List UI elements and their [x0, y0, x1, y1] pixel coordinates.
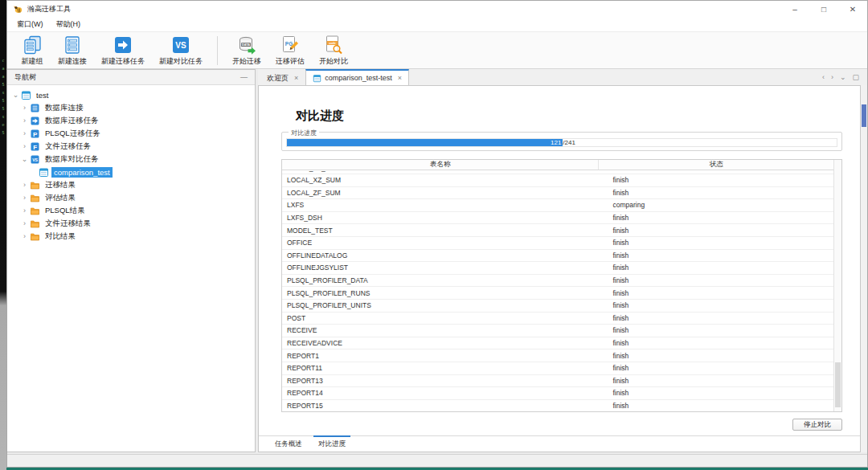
- start-migration-button[interactable]: DATA开始迁移: [225, 33, 268, 68]
- table-row[interactable]: REPORT13finish: [282, 375, 833, 388]
- background-window-edge: c a a 5 s 5 5 s e 5: [0, 0, 6, 470]
- new-migration-task-button[interactable]: 新建迁移任务: [94, 33, 152, 68]
- table-row[interactable]: OFFLINEJGSYLISTfinish: [282, 262, 833, 275]
- tabs: 欢迎页×comparison_test-test×: [260, 69, 409, 85]
- content-scrollbar-thumb[interactable]: [862, 104, 866, 127]
- tab-welcome[interactable]: 欢迎页×: [260, 70, 305, 85]
- svg-text:PG: PG: [285, 40, 293, 46]
- title-bar: 瀚高迁移工具 –□✕: [7, 1, 867, 18]
- table-row[interactable]: LXFS_DSHfinish: [282, 212, 833, 225]
- table-row[interactable]: PLSQL_PROFILER_RUNSfinish: [282, 287, 833, 300]
- menu-help[interactable]: 帮助(H): [50, 18, 88, 31]
- cell-status: finish: [599, 264, 833, 272]
- tree-item-comparison-test[interactable]: comparison_test: [7, 166, 255, 178]
- assess-icon: PG: [280, 35, 301, 55]
- cell-table-name: MODEL_TEST: [282, 227, 599, 235]
- table-row[interactable]: PLSQL_PROFILER_UNITSfinish: [282, 300, 833, 313]
- start-comparison-button[interactable]: code开始对比: [312, 33, 355, 68]
- table-row[interactable]: RECEIVEADVICEfinish: [282, 337, 833, 350]
- chevron-expanded-icon[interactable]: ⌄: [11, 91, 20, 99]
- content-wrap: 欢迎页×comparison_test-test× ‹›⌄▢ 对比进度 对比进度…: [258, 69, 867, 452]
- tree-item-label: 数据库对比任务: [43, 153, 101, 166]
- groupbox-label: 对比进度: [289, 129, 319, 137]
- table-scrollbar-thumb[interactable]: [835, 362, 841, 407]
- table-row[interactable]: REPORT11finish: [282, 362, 833, 375]
- table-row[interactable]: LOCAL_XZ_SUMfinish: [282, 174, 833, 187]
- cell-table-name: OFFLINEDATALOG: [282, 251, 599, 260]
- tree-folder-icon: [30, 193, 40, 203]
- column-header: 状态: [599, 160, 833, 170]
- window-close-button[interactable]: ✕: [838, 1, 867, 18]
- table-row[interactable]: POSTfinish: [282, 313, 833, 325]
- chevron-collapsed-icon[interactable]: ›: [20, 194, 29, 202]
- nav-panel-title: 导航树: [14, 72, 36, 83]
- chevron-collapsed-icon[interactable]: ›: [20, 142, 29, 150]
- tab-bar: 欢迎页×comparison_test-test× ‹›⌄▢: [258, 69, 867, 85]
- table-row[interactable]: MODEL_TESTfinish: [282, 224, 833, 237]
- content-scrollbar[interactable]: [861, 85, 867, 452]
- window-minimize-button[interactable]: –: [780, 1, 809, 18]
- bottom-tab-task-overview[interactable]: 任务概述: [267, 436, 310, 452]
- new-group-button[interactable]: 新建组: [14, 33, 51, 68]
- chevron-collapsed-icon[interactable]: ›: [20, 232, 29, 240]
- tree-item-label: 文件迁移结果: [43, 218, 93, 230]
- stop-comparison-button[interactable]: 停止对比: [792, 419, 842, 431]
- tab-list-dropdown-icon[interactable]: ⌄: [840, 73, 846, 81]
- chevron-collapsed-icon[interactable]: ›: [20, 129, 29, 137]
- bottom-tab-comparison-progress[interactable]: 对比进度: [310, 436, 354, 452]
- chevron-expanded-icon[interactable]: ⌄: [20, 155, 29, 163]
- table-row[interactable]: OFFICEfinish: [282, 237, 833, 250]
- tree-item-migration-results[interactable]: ›迁移结果: [7, 178, 255, 191]
- tab-close-icon[interactable]: ×: [294, 74, 298, 82]
- toolbar-button-label: 新建迁移任务: [101, 56, 145, 67]
- tree-item-assessment-results[interactable]: ›评估结果: [7, 191, 255, 204]
- chevron-collapsed-icon[interactable]: ›: [20, 116, 29, 125]
- tab-comparison-test[interactable]: comparison_test-test×: [305, 69, 409, 85]
- tree-item-file-migration-tasks[interactable]: ›F文件迁移任务: [7, 140, 255, 153]
- table-row[interactable]: PLSQL_PROFILER_DATAfinish: [282, 275, 833, 288]
- table-row[interactable]: LOCAL_ZF_SUMfinish: [282, 187, 833, 200]
- table-row[interactable]: REPORT15finish: [282, 400, 833, 411]
- cell-status: finish: [599, 326, 833, 334]
- cell-table-name: LOCAL_ZF_SUM: [282, 189, 599, 197]
- table-row[interactable]: OFFLINEDATALOGfinish: [282, 250, 833, 263]
- tree-item-db-connections[interactable]: ›数据库连接: [7, 101, 255, 114]
- chevron-collapsed-icon[interactable]: ›: [20, 219, 29, 227]
- cell-status: finish: [599, 352, 833, 360]
- table-body: LOCAL_TZ_SUMfinishLOCAL_XZ_SUMfinishLOCA…: [282, 170, 833, 411]
- table-row[interactable]: LXFScomparing: [282, 199, 833, 212]
- tab-back-icon[interactable]: ‹: [822, 73, 825, 81]
- tree-item-comparison-results[interactable]: ›对比结果: [7, 230, 255, 243]
- tab-label: comparison_test-test: [325, 74, 392, 82]
- tab-close-icon[interactable]: ×: [398, 74, 402, 82]
- tree-item-label: 数据库迁移任务: [43, 115, 101, 127]
- menu-window[interactable]: 窗口(W): [10, 18, 50, 31]
- new-comparison-task-button[interactable]: VS新建对比任务: [152, 33, 210, 68]
- new-connection-button[interactable]: 新建连接: [51, 33, 94, 68]
- cell-status: finish: [599, 251, 833, 260]
- tree-item-db-comparison-tasks[interactable]: ⌄VS数据库对比任务: [7, 153, 255, 166]
- tab-maximize-icon[interactable]: ▢: [852, 73, 859, 81]
- migration-assessment-button[interactable]: PG迁移评估: [268, 33, 312, 68]
- collapse-panel-icon[interactable]: —: [240, 73, 248, 81]
- tree-item-test[interactable]: ⌄test: [7, 88, 255, 101]
- app-window: 瀚高迁移工具 –□✕ 窗口(W)帮助(H) 新建组新建连接新建迁移任务VS新建对…: [6, 0, 868, 468]
- table-row[interactable]: RECEIVEfinish: [282, 325, 833, 337]
- tree-item-plsql-migration-tasks[interactable]: ›PPLSQL迁移任务: [7, 127, 255, 140]
- tree-item-file-migration-results[interactable]: ›文件迁移结果: [7, 217, 255, 230]
- window-maximize-button[interactable]: □: [809, 1, 838, 18]
- table-row[interactable]: REPORT14finish: [282, 387, 833, 400]
- comparison-table: 表名称状态 LOCAL_TZ_SUMfinishLOCAL_XZ_SUMfini…: [281, 159, 842, 412]
- page-title: 对比进度: [296, 108, 842, 124]
- progress-bar: 121 /241: [286, 138, 837, 147]
- chevron-collapsed-icon[interactable]: ›: [20, 181, 29, 189]
- svg-text:F: F: [33, 143, 37, 150]
- chevron-collapsed-icon[interactable]: ›: [20, 104, 29, 112]
- tree-item-plsql-results[interactable]: ›PLSQL结果: [7, 204, 255, 217]
- table-scrollbar[interactable]: [833, 160, 841, 411]
- table-row[interactable]: REPORT1finish: [282, 349, 833, 362]
- chevron-collapsed-icon[interactable]: ›: [20, 206, 29, 215]
- tree-item-db-migration-tasks[interactable]: ›数据库迁移任务: [7, 114, 255, 127]
- tree-item-label: 迁移结果: [43, 179, 78, 191]
- tab-forward-icon[interactable]: ›: [831, 73, 833, 81]
